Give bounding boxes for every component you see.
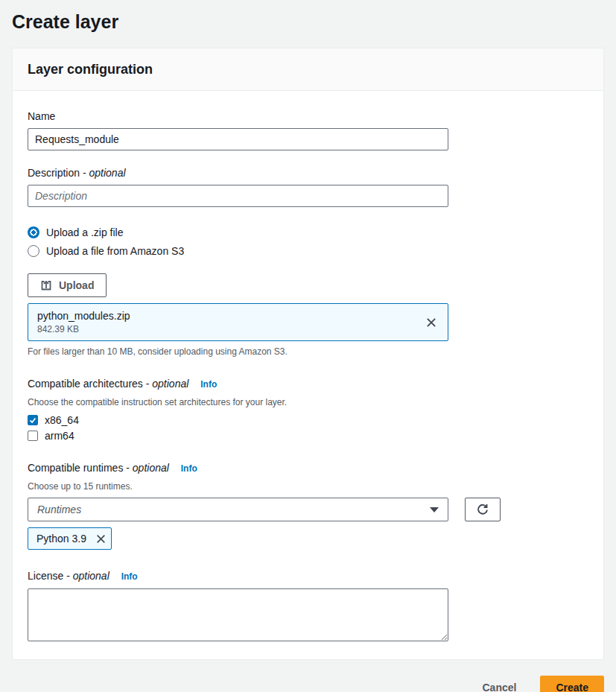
- runtimes-select[interactable]: Runtimes: [28, 498, 448, 521]
- create-button[interactable]: Create: [540, 676, 604, 692]
- radio-upload-zip[interactable]: Upload a .zip file: [28, 226, 588, 238]
- runtime-token-python39: Python 3.9: [28, 527, 112, 550]
- close-icon: [95, 533, 107, 545]
- description-field: Description - optional: [28, 165, 588, 207]
- runtime-token-label: Python 3.9: [36, 533, 86, 545]
- license-label: License - optional Info: [28, 568, 588, 584]
- page-title: Create layer: [12, 9, 604, 34]
- architectures-checkbox-group: x86_64 arm64: [28, 414, 588, 442]
- panel-header: Layer configuration: [13, 48, 603, 91]
- remove-runtime-button[interactable]: [94, 532, 108, 546]
- checkbox-arm64[interactable]: arm64: [28, 430, 588, 442]
- close-icon: [425, 317, 437, 328]
- architectures-info-link[interactable]: Info: [200, 379, 217, 390]
- name-field: Name: [28, 109, 588, 150]
- caret-down-icon: [430, 507, 439, 512]
- runtimes-section: Compatible runtimes - optional Info Choo…: [28, 460, 588, 550]
- file-info: python_modules.zip 842.39 KB: [37, 308, 130, 336]
- optional-hint: optional: [89, 167, 125, 179]
- architectures-label: Compatible architectures - optional Info: [28, 376, 588, 392]
- radio-upload-zip-label: Upload a .zip file: [46, 226, 124, 238]
- check-icon: [28, 416, 37, 425]
- panel-title: Layer configuration: [28, 61, 588, 77]
- upload-source-radio-group: Upload a .zip file Upload a file from Am…: [28, 226, 588, 257]
- radio-upload-s3[interactable]: Upload a file from Amazon S3: [28, 245, 588, 257]
- file-name: python_modules.zip: [37, 308, 130, 323]
- optional-hint: optional: [152, 378, 188, 390]
- license-section: License - optional Info: [28, 568, 588, 641]
- description-input[interactable]: [28, 185, 448, 207]
- file-size: 842.39 KB: [37, 323, 130, 336]
- architectures-description: Choose the compatible instruction set ar…: [28, 396, 588, 408]
- runtimes-info-link[interactable]: Info: [181, 463, 197, 474]
- cancel-button[interactable]: Cancel: [477, 681, 521, 692]
- refresh-runtimes-button[interactable]: [465, 498, 501, 521]
- checkbox-arm64-label: arm64: [45, 430, 74, 442]
- file-size-hint: For files larger than 10 MB, consider up…: [28, 346, 588, 358]
- uploaded-file-chip: python_modules.zip 842.39 KB: [28, 303, 448, 341]
- layer-configuration-panel: Layer configuration Name Description - o…: [12, 48, 604, 660]
- upload-icon: [40, 279, 52, 291]
- description-label: Description - optional: [28, 165, 588, 180]
- architectures-section: Compatible architectures - optional Info…: [28, 376, 588, 442]
- checkbox-checked-icon: [28, 415, 38, 425]
- upload-button[interactable]: Upload: [28, 273, 107, 297]
- refresh-icon: [476, 503, 489, 516]
- radio-unselected-icon: [28, 245, 39, 257]
- checkbox-unchecked-icon: [28, 431, 38, 441]
- runtimes-label: Compatible runtimes - optional Info: [28, 460, 588, 476]
- optional-hint: optional: [73, 570, 109, 582]
- name-input[interactable]: [28, 128, 448, 150]
- panel-body: Name Description - optional Upload a .zi…: [13, 91, 603, 659]
- radio-selected-icon: [28, 226, 39, 238]
- license-info-link[interactable]: Info: [121, 571, 138, 582]
- name-label: Name: [28, 109, 588, 124]
- checkbox-x86-64-label: x86_64: [45, 414, 79, 426]
- runtimes-description: Choose up to 15 runtimes.: [28, 480, 588, 492]
- upload-button-label: Upload: [59, 279, 94, 291]
- form-actions: Cancel Create: [0, 676, 604, 692]
- radio-upload-s3-label: Upload a file from Amazon S3: [46, 245, 184, 257]
- runtimes-select-row: Runtimes: [28, 498, 588, 521]
- runtimes-select-placeholder: Runtimes: [37, 504, 81, 515]
- optional-hint: optional: [133, 462, 169, 474]
- remove-file-button[interactable]: [424, 315, 439, 330]
- checkbox-x86-64[interactable]: x86_64: [28, 414, 588, 426]
- license-textarea[interactable]: [28, 588, 448, 641]
